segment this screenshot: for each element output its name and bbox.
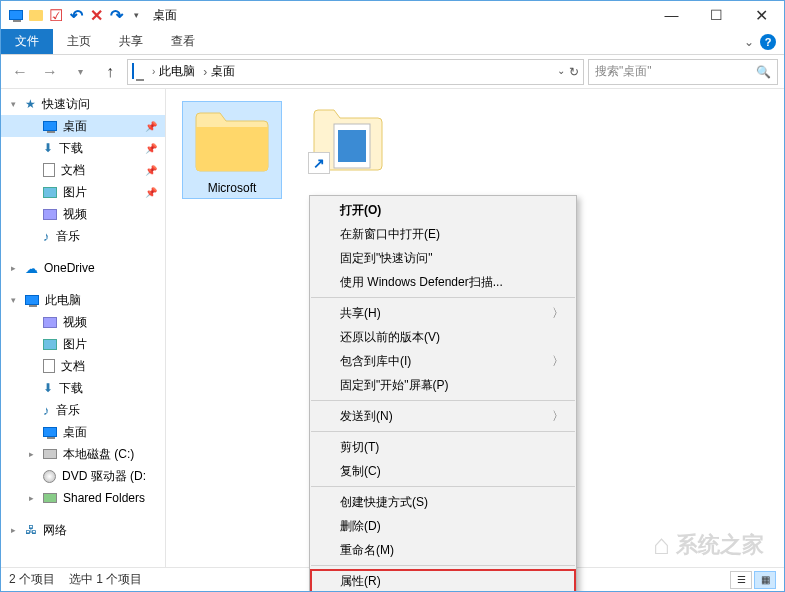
nav-back-button[interactable]: ← — [7, 59, 33, 85]
breadcrumb-root[interactable]: 此电脑 — [159, 63, 195, 80]
qat-folder-icon[interactable] — [27, 6, 45, 24]
cm-send-to[interactable]: 发送到(N)〉 — [310, 404, 576, 428]
ribbon-tab-view[interactable]: 查看 — [157, 29, 209, 54]
monitor-icon — [43, 427, 57, 437]
cm-open-new-window[interactable]: 在新窗口中打开(E) — [310, 222, 576, 246]
breadcrumb-current[interactable]: 桌面 — [211, 63, 235, 80]
expand-ribbon-icon[interactable]: ⌄ — [744, 35, 754, 49]
cm-defender-scan[interactable]: 使用 Windows Defender扫描... — [310, 270, 576, 294]
sidebar-item-videos[interactable]: 视频 — [1, 203, 165, 225]
cm-open[interactable]: 打开(O) — [310, 198, 576, 222]
maximize-button[interactable]: ☐ — [694, 1, 739, 29]
pin-icon: 📌 — [145, 143, 157, 154]
quick-access-toolbar: ☑ ↶ ✕ ↷ ▾ 桌面 — [1, 6, 177, 24]
shortcut-badge-icon: ↗ — [308, 152, 330, 174]
pin-icon: 📌 — [145, 165, 157, 176]
sidebar-pc-downloads[interactable]: ⬇下载 — [1, 377, 165, 399]
view-details-button[interactable]: ☰ — [730, 571, 752, 589]
cm-separator — [311, 565, 575, 566]
svg-rect-1 — [338, 130, 366, 162]
qat-delete-icon[interactable]: ✕ — [87, 6, 105, 24]
cm-separator — [311, 486, 575, 487]
ribbon-tab-file[interactable]: 文件 — [1, 29, 53, 54]
picture-icon — [43, 339, 57, 350]
sidebar-item-documents[interactable]: 文档 📌 — [1, 159, 165, 181]
chevron-right-icon: 〉 — [552, 305, 564, 322]
qat-redo-icon[interactable]: ↷ — [107, 6, 125, 24]
chevron-right-icon[interactable]: ▸ — [11, 263, 16, 273]
refresh-icon[interactable]: ↻ — [569, 65, 579, 79]
window-controls: — ☐ ✕ — [649, 1, 784, 29]
download-icon: ⬇ — [43, 141, 53, 155]
chevron-right-icon[interactable]: ▸ — [29, 449, 34, 459]
document-icon — [43, 359, 55, 373]
sidebar-pc-music[interactable]: ♪音乐 — [1, 399, 165, 421]
cm-separator — [311, 400, 575, 401]
sidebar-this-pc[interactable]: ▾ 此电脑 — [1, 289, 165, 311]
cm-cut[interactable]: 剪切(T) — [310, 435, 576, 459]
minimize-button[interactable]: — — [649, 1, 694, 29]
sidebar-item-downloads[interactable]: ⬇ 下载 📌 — [1, 137, 165, 159]
star-icon: ★ — [25, 97, 36, 111]
help-icon[interactable]: ? — [760, 34, 776, 50]
cm-create-shortcut[interactable]: 创建快捷方式(S) — [310, 490, 576, 514]
breadcrumb[interactable]: › 此电脑 › 桌面 ⌄ ↻ — [127, 59, 584, 85]
monitor-icon — [43, 121, 57, 131]
sidebar-quick-access[interactable]: ▾ ★ 快速访问 — [1, 93, 165, 115]
cm-rename[interactable]: 重命名(M) — [310, 538, 576, 562]
window-title: 桌面 — [153, 7, 177, 24]
search-input[interactable]: 搜索"桌面" 🔍 — [588, 59, 778, 85]
cm-delete[interactable]: 删除(D) — [310, 514, 576, 538]
chevron-right-icon: 〉 — [552, 353, 564, 370]
sidebar-onedrive[interactable]: ▸ ☁ OneDrive — [1, 257, 165, 279]
ribbon-tab-home[interactable]: 主页 — [53, 29, 105, 54]
sidebar-pc-dvd[interactable]: DVD 驱动器 (D: — [1, 465, 165, 487]
nav-recent-dropdown[interactable]: ▾ — [67, 59, 93, 85]
video-icon — [43, 209, 57, 220]
sidebar-pc-shared[interactable]: ▸Shared Folders — [1, 487, 165, 509]
cm-copy[interactable]: 复制(C) — [310, 459, 576, 483]
view-large-icons-button[interactable]: ▦ — [754, 571, 776, 589]
folder-item-microsoft[interactable]: Microsoft — [182, 101, 282, 199]
download-icon: ⬇ — [43, 381, 53, 395]
context-menu: 打开(O) 在新窗口中打开(E) 固定到"快速访问" 使用 Windows De… — [309, 195, 577, 592]
cloud-icon: ☁ — [25, 261, 38, 276]
shared-folder-icon — [43, 493, 57, 503]
folder-icon — [192, 105, 272, 175]
sidebar-pc-documents[interactable]: 文档 — [1, 355, 165, 377]
sidebar-item-pictures[interactable]: 图片 📌 — [1, 181, 165, 203]
monitor-icon — [25, 295, 39, 305]
sidebar-item-desktop[interactable]: 桌面 📌 — [1, 115, 165, 137]
document-icon — [43, 163, 55, 177]
sidebar-item-music[interactable]: ♪ 音乐 — [1, 225, 165, 247]
picture-icon — [43, 187, 57, 198]
chevron-right-icon: 〉 — [552, 408, 564, 425]
cm-pin-start[interactable]: 固定到"开始"屏幕(P) — [310, 373, 576, 397]
chevron-down-icon[interactable]: ▾ — [11, 295, 16, 305]
cm-share[interactable]: 共享(H)〉 — [310, 301, 576, 325]
sidebar-pc-localdisk[interactable]: ▸本地磁盘 (C:) — [1, 443, 165, 465]
breadcrumb-dropdown-icon[interactable]: ⌄ — [557, 65, 565, 79]
cm-properties[interactable]: 属性(R) — [310, 569, 576, 592]
ribbon: 文件 主页 共享 查看 ⌄ ? — [1, 29, 784, 55]
cm-restore-versions[interactable]: 还原以前的版本(V) — [310, 325, 576, 349]
qat-undo-icon[interactable]: ↶ — [67, 6, 85, 24]
sidebar-pc-desktop[interactable]: 桌面 — [1, 421, 165, 443]
sidebar-pc-pictures[interactable]: 图片 — [1, 333, 165, 355]
chevron-right-icon[interactable]: ▸ — [29, 493, 34, 503]
ribbon-tab-share[interactable]: 共享 — [105, 29, 157, 54]
qat-check-icon[interactable]: ☑ — [47, 6, 65, 24]
nav-forward-button: → — [37, 59, 63, 85]
qat-dropdown-icon[interactable]: ▾ — [127, 6, 145, 24]
search-icon[interactable]: 🔍 — [756, 65, 771, 79]
nav-up-button[interactable]: ↑ — [97, 59, 123, 85]
close-button[interactable]: ✕ — [739, 1, 784, 29]
sidebar-network[interactable]: ▸ 🖧 网络 — [1, 519, 165, 541]
folder-item-shortcut[interactable]: ↗ — [298, 101, 398, 183]
chevron-right-icon[interactable]: ▸ — [11, 525, 16, 535]
sidebar-pc-videos[interactable]: 视频 — [1, 311, 165, 333]
cm-include-library[interactable]: 包含到库中(I)〉 — [310, 349, 576, 373]
cm-separator — [311, 431, 575, 432]
cm-pin-quick-access[interactable]: 固定到"快速访问" — [310, 246, 576, 270]
chevron-down-icon[interactable]: ▾ — [11, 99, 16, 109]
